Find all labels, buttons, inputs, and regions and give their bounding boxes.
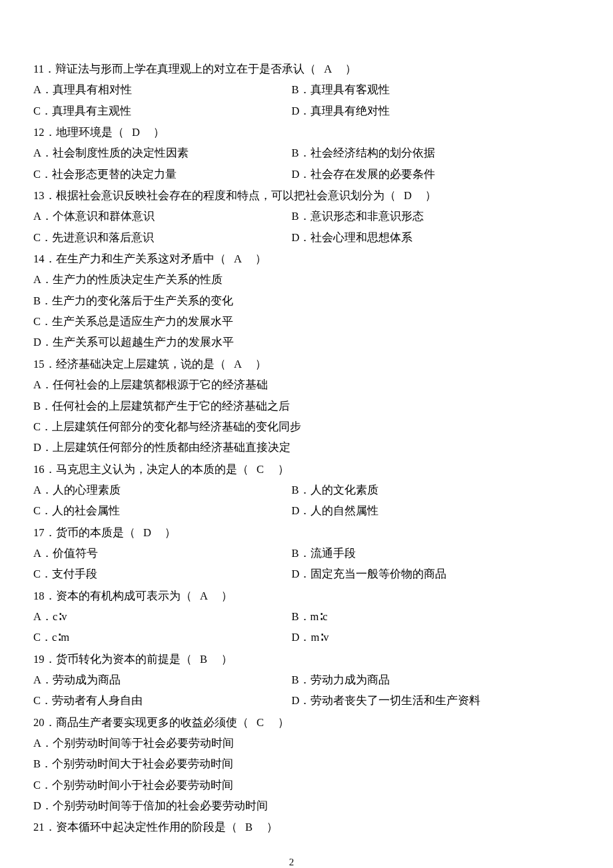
option-label: B． (292, 210, 310, 222)
option-item: A．个别劳动时间等于社会必要劳动时间 (33, 733, 550, 753)
option-label: A． (33, 737, 53, 749)
answer-blank: A (200, 590, 207, 602)
option-item: B．生产力的变化落后于生产关系的变化 (33, 290, 550, 311)
question-text: 货币的本质是（ (56, 526, 135, 539)
option-label: C． (33, 168, 52, 181)
option-item: B．m∶c (292, 606, 550, 627)
question-number: 14 (33, 252, 45, 265)
question-text-end: ） (221, 653, 233, 665)
option-label: C． (33, 504, 52, 517)
options-container: A．劳动成为商品B．劳动力成为商品C．劳动者有人身自由D．劳动者丧失了一切生活和… (33, 669, 550, 711)
option-text: 社会经济结构的划分依据 (310, 147, 435, 159)
option-item: A．任何社会的上层建筑都根源于它的经济基础 (33, 374, 550, 395)
question-stem: 21．资本循环中起决定性作用的阶段是（ B ） (33, 817, 550, 837)
option-item: C．人的社会属性 (33, 500, 292, 521)
option-label: A． (33, 210, 53, 222)
question-number: 17 (33, 526, 45, 539)
question-block: 17．货币的本质是（ D ）A．价值符号B．流通手段C．支付手段D．固定充当一般… (33, 522, 550, 585)
option-item: D．生产关系可以超越生产力的发展水平 (33, 332, 550, 352)
question-text: 地理环境是（ (56, 126, 124, 139)
option-label: A． (33, 83, 53, 96)
option-item: C．生产关系总是适应生产力的发展水平 (33, 311, 550, 332)
option-item: A．个体意识和群体意识 (33, 206, 292, 226)
options-container: A．真理具有相对性B．真理具有客观性C．真理具有主观性D．真理具有绝对性 (33, 79, 550, 121)
option-text: 生产关系总是适应生产力的发展水平 (52, 315, 233, 328)
option-text: 真理具有绝对性 (310, 105, 390, 117)
option-text: 社会存在发展的必要条件 (310, 168, 435, 181)
question-stem: 12．地理环境是（ D ） (33, 122, 550, 143)
question-stem: 16．马克思主义认为，决定人的本质的是（ C ） (33, 459, 550, 480)
option-text: c∶m (52, 631, 69, 644)
option-text: 真理具有客观性 (310, 83, 390, 96)
option-text: 上层建筑任何部分的性质都由经济基础直接决定 (53, 441, 291, 454)
option-label: A． (33, 273, 53, 286)
option-text: 个别劳动时间大于社会必要劳动时间 (52, 757, 233, 770)
option-item: C．社会形态更替的决定力量 (33, 164, 292, 185)
option-text: 个体意识和群体意识 (53, 210, 155, 222)
question-text: 经济基础决定上层建筑，说的是（ (56, 358, 226, 370)
question-text-end: ） (345, 63, 356, 75)
option-text: 先进意识和落后意识 (52, 231, 154, 244)
option-item: D．社会心理和思想体系 (292, 227, 550, 248)
question-block: 15．经济基础决定上层建筑，说的是（ A ）A．任何社会的上层建筑都根源于它的经… (33, 354, 550, 458)
question-number: 11 (33, 63, 44, 75)
question-stem: 15．经济基础决定上层建筑，说的是（ A ） (33, 354, 550, 374)
options-container: A．c∶vB．m∶cC．c∶mD．m∶v (33, 606, 550, 648)
option-label: B． (292, 484, 310, 496)
option-label: C． (33, 568, 52, 580)
option-item: A．劳动成为商品 (33, 669, 292, 690)
answer-blank: A (234, 358, 241, 370)
option-text: 任何社会的上层建筑都产生于它的经济基础之后 (52, 400, 290, 412)
option-item: B．劳动力成为商品 (292, 669, 550, 690)
option-item: C．劳动者有人身自由 (33, 690, 292, 711)
option-text: 劳动成为商品 (53, 673, 121, 686)
option-item: D．真理具有绝对性 (292, 101, 550, 121)
option-label: C． (33, 420, 52, 433)
option-label: D． (292, 694, 311, 707)
option-text: m∶c (310, 610, 328, 623)
option-item: A．价值符号 (33, 543, 292, 564)
option-text: 个别劳动时间小于社会必要劳动时间 (52, 779, 233, 791)
options-container: A．人的心理素质B．人的文化素质C．人的社会属性D．人的自然属性 (33, 480, 550, 522)
exam-content: 11．辩证法与形而上学在真理观上的对立在于是否承认（ A ）A．真理具有相对性B… (33, 59, 550, 838)
option-text: 人的自然属性 (310, 504, 378, 517)
option-label: A． (33, 378, 53, 391)
answer-blank: B (200, 653, 207, 665)
option-text: 社会心理和思想体系 (310, 231, 412, 244)
option-label: B． (292, 547, 310, 560)
option-text: 上层建筑任何部分的变化都与经济基础的变化同步 (52, 420, 301, 433)
question-text-end: ） (153, 126, 165, 139)
option-item: D．m∶v (292, 627, 550, 648)
question-number: 16 (33, 463, 45, 476)
option-label: D． (292, 631, 311, 644)
option-item: C．个别劳动时间小于社会必要劳动时间 (33, 775, 550, 795)
option-item: B．流通手段 (292, 543, 550, 564)
option-label: B． (33, 400, 52, 412)
option-item: B．人的文化素质 (292, 480, 550, 500)
options-container: A．生产力的性质决定生产关系的性质B．生产力的变化落后于生产关系的变化C．生产关… (33, 269, 550, 352)
option-item: B．任何社会的上层建筑都产生于它的经济基础之后 (33, 396, 550, 416)
option-text: 真理具有主观性 (52, 105, 131, 117)
option-label: D． (292, 105, 311, 117)
option-text: 固定充当一般等价物的商品 (310, 568, 446, 580)
option-label: A． (33, 673, 53, 686)
option-label: C． (33, 779, 52, 791)
option-item: D．上层建筑任何部分的性质都由经济基础直接决定 (33, 437, 550, 458)
question-text-end: ） (221, 590, 233, 602)
option-text: 社会制度性质的决定性因素 (53, 147, 189, 159)
option-label: B． (292, 147, 310, 159)
question-text: 马克思主义认为，决定人的本质的是（ (56, 463, 249, 476)
option-item: D．人的自然属性 (292, 500, 550, 521)
answer-blank: A (234, 252, 241, 265)
option-text: 个别劳动时间等于倍加的社会必要劳动时间 (53, 799, 268, 812)
options-container: A．任何社会的上层建筑都根源于它的经济基础B．任何社会的上层建筑都产生于它的经济… (33, 374, 550, 458)
question-text: 商品生产者要实现更多的收益必须使（ (56, 716, 249, 729)
question-stem: 18．资本的有机构成可表示为（ A ） (33, 586, 550, 606)
option-label: B． (33, 757, 52, 770)
question-text: 货币转化为资本的前提是（ (56, 653, 192, 665)
option-label: C． (33, 315, 52, 328)
question-block: 16．马克思主义认为，决定人的本质的是（ C ）A．人的心理素质B．人的文化素质… (33, 459, 550, 522)
question-text: 在生产力和生产关系这对矛盾中（ (56, 252, 226, 265)
option-text: c∶v (53, 610, 67, 623)
option-text: 生产关系可以超越生产力的发展水平 (53, 336, 234, 348)
